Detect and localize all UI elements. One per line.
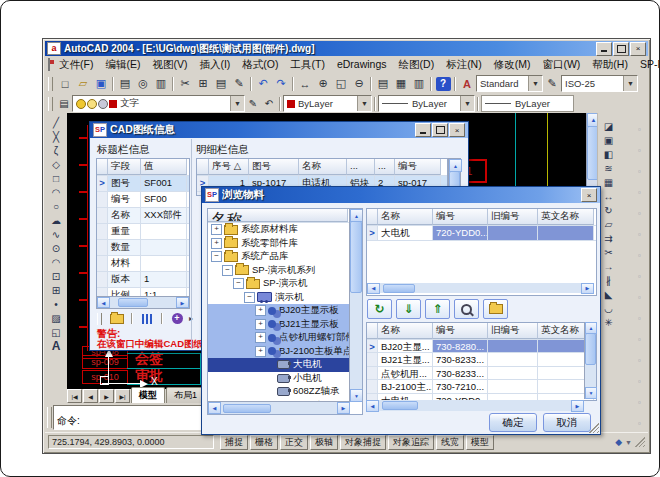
trim-icon[interactable]: ✂ <box>600 245 618 259</box>
tree-item-SP-演示机[interactable]: −SP-演示机 <box>208 277 350 291</box>
copy-object-icon[interactable]: ▣ <box>600 133 618 147</box>
expand-icon[interactable]: + <box>255 305 266 316</box>
ellipse-arc-icon[interactable]: ◠ <box>47 255 65 269</box>
design-center-icon[interactable]: ▦ <box>392 75 410 92</box>
color-combo[interactable]: ByLayer▼ <box>283 95 372 112</box>
erase-icon[interactable]: ◪ <box>600 119 618 133</box>
field-row-名称[interactable]: 名称XXX部件 <box>97 208 189 224</box>
column-header-名称[interactable]: 名称 <box>299 159 347 175</box>
docked-tool-icon[interactable]: ▫ <box>631 308 649 329</box>
dialog-resize-grip-icon[interactable] <box>589 423 599 433</box>
circle-icon[interactable]: ○ <box>47 199 65 213</box>
column-header-...[interactable]: ... <box>375 159 395 175</box>
dialog-close-button[interactable]: × <box>581 188 597 202</box>
column-header-字段[interactable]: 字段 <box>108 159 141 175</box>
menu-item-工具(T)[interactable]: 工具(T) <box>285 57 331 73</box>
tree-item-系统产品库[interactable]: −系统产品库 <box>208 250 350 264</box>
tab-first-icon[interactable]: |◀ <box>67 389 82 403</box>
menu-item-格式(O)[interactable]: 格式(O) <box>236 57 284 73</box>
column-header-英文名称[interactable]: 英文名称 <box>538 209 594 225</box>
scroll-right-icon[interactable]: ▶ <box>571 400 584 412</box>
column-header-编号[interactable]: 编号 <box>395 159 441 175</box>
status-menu-icon[interactable]: ▼ <box>625 439 632 446</box>
field-row-版本[interactable]: 版本1 <box>97 272 189 288</box>
plot-icon[interactable]: ▤ <box>116 75 134 92</box>
expand-icon[interactable]: + <box>255 319 266 330</box>
undo-icon[interactable]: ↶ <box>254 75 272 92</box>
field-value[interactable]: 1 <box>141 272 187 287</box>
dim-style-combo[interactable]: ISO-25▼ <box>561 75 638 92</box>
docked-tool-icon[interactable]: ▫ <box>631 413 649 434</box>
scroll-thumb[interactable] <box>383 284 415 293</box>
dialog-minimize-button[interactable] <box>415 123 431 137</box>
field-row-图号[interactable]: >图号SF001 <box>97 176 189 192</box>
column-header-旧编号[interactable]: 旧编号 <box>488 323 538 339</box>
docked-tool-icon[interactable]: ▫ <box>631 329 649 350</box>
menu-item-插入(I)[interactable]: 插入(I) <box>193 57 236 73</box>
column-header-值[interactable]: 值 <box>141 159 187 175</box>
pan-icon[interactable]: ↔ <box>296 75 314 92</box>
collapse-icon[interactable]: − <box>222 265 233 276</box>
scroll-down-icon[interactable]: ▼ <box>350 389 363 402</box>
menu-item-编辑(E)[interactable]: 编辑(E) <box>99 57 146 73</box>
field-row-数量[interactable]: 数量 <box>97 240 189 256</box>
copy-icon[interactable]: ⊞ <box>194 75 212 92</box>
status-toggle-线宽[interactable]: 线宽 <box>436 435 464 450</box>
scroll-thumb[interactable] <box>585 333 596 365</box>
communication-center-icon[interactable]: ◆ <box>615 437 622 447</box>
status-toggle-对象追踪[interactable]: 对象追踪 <box>388 435 434 450</box>
tree-vscrollbar[interactable]: ▲ ▼ <box>349 209 362 402</box>
docked-tool-icon[interactable]: ▫ <box>631 350 649 371</box>
new-icon[interactable]: □ <box>56 75 74 92</box>
scroll-thumb[interactable] <box>118 298 148 307</box>
docked-tool-icon[interactable]: ▫ <box>631 392 649 413</box>
zoom-previous-icon[interactable]: ⊖ <box>350 75 368 92</box>
tree-hscrollbar[interactable]: ◀ ▶ <box>208 401 350 414</box>
docked-tool-icon[interactable]: ▫ <box>631 266 649 287</box>
cad-info-dialog-titlebar[interactable]: SP CAD图纸信息 × <box>90 122 468 138</box>
scroll-thumb[interactable] <box>382 401 418 410</box>
menu-item-标注(N)[interactable]: 标注(N) <box>440 57 488 73</box>
scroll-left-icon[interactable]: ◀ <box>208 402 221 414</box>
explode-icon[interactable]: ✳ <box>600 315 618 329</box>
ellipse-icon[interactable]: ⊙ <box>47 241 65 255</box>
tool-palettes-icon[interactable]: ▥ <box>410 75 428 92</box>
barcode-button[interactable] <box>137 311 157 326</box>
fillet-icon[interactable]: ◡ <box>600 301 618 315</box>
scroll-right-icon[interactable]: ▶ <box>337 402 350 414</box>
make-layer-current-icon[interactable]: ✎ <box>245 96 261 111</box>
column-header-旧编号[interactable]: 旧编号 <box>488 209 538 225</box>
dialog-maximize-button[interactable] <box>432 123 448 137</box>
tree-item-BJ21主显示板[interactable]: +BJ21主显示板 <box>208 318 350 332</box>
publish-icon[interactable]: ▥ <box>152 75 170 92</box>
material-row-BJ20主显...[interactable]: >BJ20主显...730-8280... <box>367 340 596 353</box>
field-value[interactable]: XXX部件 <box>141 208 187 223</box>
docked-tool-icon[interactable]: ▫ <box>631 161 649 182</box>
command-grip[interactable] <box>47 407 52 428</box>
help-icon[interactable]: ? <box>434 75 452 92</box>
status-toggle-捕捉[interactable]: 捕捉 <box>220 435 248 450</box>
close-button[interactable]: × <box>630 42 646 56</box>
cut-icon[interactable]: ✂ <box>176 75 194 92</box>
docked-tool-icon[interactable]: ▫ <box>631 140 649 161</box>
array-icon[interactable]: ▦ <box>600 175 618 189</box>
menu-item-绘图(D)[interactable]: 绘图(D) <box>393 57 441 73</box>
docked-tool-icon[interactable]: ▫ <box>631 203 649 224</box>
break-icon[interactable]: ∦ <box>600 273 618 287</box>
result-hscrollbar[interactable]: ◀ ▶ <box>367 283 594 293</box>
search-button[interactable] <box>454 299 479 319</box>
extend-icon[interactable]: → <box>600 259 618 273</box>
refresh-button[interactable]: ↻ <box>367 299 392 319</box>
menu-item-窗口(W)[interactable]: 窗口(W) <box>536 57 586 73</box>
field-value[interactable] <box>141 256 187 271</box>
text-style-combo[interactable]: Standard▼ <box>476 75 543 92</box>
zoom-window-icon[interactable]: ◱ <box>332 75 350 92</box>
scale-icon[interactable]: ▱ <box>600 217 618 231</box>
rotate-icon[interactable]: ↻ <box>600 203 618 217</box>
mirror-icon[interactable]: ◧ <box>600 147 618 161</box>
layers-icon[interactable]: ▤ <box>56 96 72 111</box>
tree-item-系统零部件库[interactable]: +系统零部件库 <box>208 237 350 251</box>
field-value[interactable] <box>141 224 187 239</box>
window-titlebar[interactable]: a AutoCAD 2004 - [E:\UG\dwg\图纸\测试用图(部件).… <box>45 41 648 56</box>
tab-模型[interactable]: 模型 <box>131 387 165 403</box>
